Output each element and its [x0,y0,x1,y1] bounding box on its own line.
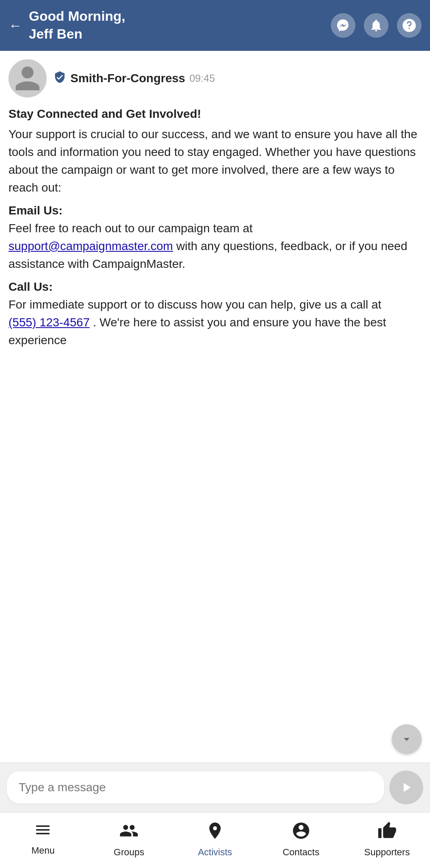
call-text: For immediate support or to discuss how … [8,296,422,349]
phone-link[interactable]: (555) 123-4567 [8,316,89,329]
svg-point-1 [217,826,220,830]
activists-icon [205,821,225,844]
message-heading: Stay Connected and Get Involved! [8,107,201,120]
nav-item-groups[interactable]: Groups [86,818,172,861]
sender-name: Smith-For-Congress [70,72,185,85]
message-input-area [0,762,430,812]
support-icon-button[interactable] [397,13,422,38]
message-input[interactable] [7,771,384,804]
svg-point-0 [210,826,213,830]
supporters-icon [377,821,397,844]
sender-info: Smith-For-Congress 09:45 [53,71,215,86]
bottom-nav: Menu Groups Activists Contacts [0,812,430,868]
sender-avatar [8,59,47,97]
email-text-before: Feel free to reach out to our campaign t… [8,220,422,273]
header-icons [331,13,422,38]
messenger-icon-button[interactable] [331,13,355,38]
scroll-down-button[interactable] [392,724,422,754]
call-heading: Call Us: [8,280,53,293]
contacts-icon [291,821,311,844]
menu-icon [34,821,52,843]
verified-badge-icon [53,71,66,86]
message-intro: Your support is crucial to our success, … [8,125,422,197]
nav-item-activists[interactable]: Activists [172,818,258,861]
message-body: Stay Connected and Get Involved! Your su… [8,105,422,349]
nav-item-menu[interactable]: Menu [0,818,86,861]
nav-label-menu: Menu [31,845,55,856]
message-header: Smith-For-Congress 09:45 [8,59,422,97]
message-time: 09:45 [190,72,215,84]
header-left: ← Good Morning, Jeff Ben [8,8,126,43]
groups-icon [119,821,139,844]
back-button[interactable]: ← [8,18,22,33]
send-button[interactable] [389,771,423,804]
nav-item-supporters[interactable]: Supporters [344,818,430,861]
notification-bell-icon[interactable] [364,13,388,38]
email-heading: Email Us: [8,204,63,217]
nav-label-supporters: Supporters [364,847,410,858]
email-link[interactable]: support@campaignmaster.com [8,239,173,253]
nav-label-activists: Activists [198,847,232,858]
app-header: ← Good Morning, Jeff Ben [0,0,430,51]
header-greeting: Good Morning, Jeff Ben [29,8,126,43]
nav-item-contacts[interactable]: Contacts [258,818,344,861]
chat-area: Smith-For-Congress 09:45 Stay Connected … [0,51,430,762]
nav-label-groups: Groups [114,847,144,858]
nav-label-contacts: Contacts [282,847,319,858]
